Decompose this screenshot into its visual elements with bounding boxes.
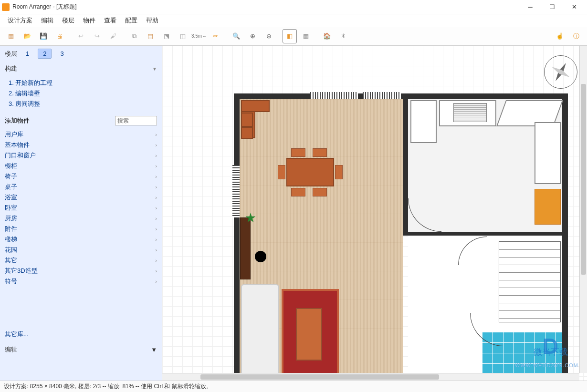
- compass-icon: [544, 55, 577, 89]
- cat-bathroom[interactable]: 浴室›: [5, 192, 157, 203]
- cube-icon[interactable]: ◫: [176, 29, 190, 43]
- toolbar: ▦ 📂 💾 🖨 ↩ ↪ 🖌 ⧉ ▤ ⬔ ◫ 3.5m↔ ✏ 🔍 ⊕ ⊖ ◧ ▦ …: [0, 27, 587, 46]
- chevron-right-icon: ›: [155, 163, 157, 169]
- chevron-right-icon: ›: [155, 226, 157, 232]
- cat-garden[interactable]: 花园›: [5, 245, 157, 255]
- minimize-button[interactable]: ─: [519, 0, 541, 14]
- layer-2[interactable]: 2: [38, 49, 52, 59]
- chevron-right-icon: ›: [155, 184, 157, 190]
- chevron-right-icon: ›: [155, 132, 157, 137]
- scrollbar-vertical[interactable]: [579, 46, 587, 373]
- copy-area-icon[interactable]: ⧉: [127, 29, 141, 43]
- chevron-right-icon: ›: [155, 279, 157, 284]
- chevron-right-icon: ›: [155, 216, 157, 221]
- cat-accessories[interactable]: 附件›: [5, 224, 157, 234]
- chevron-down-icon: ▼: [151, 346, 157, 353]
- view-3d-icon[interactable]: ◧: [283, 29, 297, 43]
- statusbar: 设计方案: 8255 × 8400 毫米, 楼层: 2/3 -- 缩放: 81%…: [0, 381, 587, 392]
- menu-edit[interactable]: 编辑: [37, 14, 57, 27]
- categories-list: 用户库› 基本物件› 门口和窗户› 橱柜› 椅子› 桌子› 浴室› 卧室› 厨房…: [0, 128, 162, 326]
- menu-view[interactable]: 查看: [100, 14, 120, 27]
- new-icon[interactable]: ▦: [4, 29, 18, 43]
- cat-user-lib[interactable]: 用户库›: [5, 129, 157, 140]
- layers-label: 楼层: [5, 50, 17, 58]
- status-text: 设计方案: 8255 × 8400 毫米, 楼层: 2/3 -- 缩放: 81%…: [4, 382, 212, 391]
- cat-bedroom[interactable]: 卧室›: [5, 203, 157, 213]
- menu-config[interactable]: 配置: [121, 14, 141, 27]
- wall-icon[interactable]: ▤: [143, 29, 157, 43]
- chevron-right-icon: ›: [155, 258, 157, 263]
- build-title: 构建: [5, 64, 17, 73]
- chevron-right-icon: ›: [155, 205, 157, 211]
- save-icon[interactable]: 💾: [36, 29, 51, 43]
- brush-icon[interactable]: 🖌: [106, 29, 120, 43]
- svg-marker-1: [550, 65, 571, 80]
- build-steps: 1. 开始新的工程 2. 编辑墙壁 3. 房间调整: [0, 76, 162, 113]
- touch-icon[interactable]: ☝: [553, 29, 567, 43]
- edit-title: 编辑: [5, 345, 17, 354]
- layers-row: 楼层 1 2 3: [0, 46, 162, 62]
- search-input[interactable]: [115, 116, 157, 125]
- cat-tables[interactable]: 桌子›: [5, 182, 157, 192]
- titlebar: Room Arranger - [无标题] ─ ☐ ✕: [0, 0, 587, 14]
- chevron-right-icon: ›: [155, 195, 157, 200]
- step-new-project[interactable]: 1. 开始新的工程: [9, 78, 157, 88]
- sidebar: 楼层 1 2 3 构建 ▼ 1. 开始新的工程 2. 编辑墙壁 3. 房间调整 …: [0, 46, 162, 381]
- chevron-right-icon: ›: [155, 237, 157, 242]
- step-edit-walls[interactable]: 2. 编辑墙壁: [9, 88, 157, 99]
- list-3d-icon[interactable]: ▦: [299, 29, 313, 43]
- layer-1[interactable]: 1: [21, 49, 34, 58]
- app-icon: [2, 3, 10, 11]
- main-area: 楼层 1 2 3 构建 ▼ 1. 开始新的工程 2. 编辑墙壁 3. 房间调整 …: [0, 46, 587, 381]
- cat-symbols[interactable]: 符号›: [5, 276, 157, 287]
- window-controls: ─ ☐ ✕: [519, 0, 585, 14]
- window-title: Room Arranger - [无标题]: [12, 3, 519, 11]
- cat-chairs[interactable]: 椅子›: [5, 171, 157, 182]
- add-objects-label: 添加物件: [5, 116, 30, 125]
- watermark-url: WWW.WEIDOWN.COM: [515, 362, 578, 368]
- cat-other-3d[interactable]: 其它3D造型›: [5, 266, 157, 276]
- build-header[interactable]: 构建 ▼: [0, 62, 162, 76]
- close-button[interactable]: ✕: [563, 0, 585, 14]
- menu-object[interactable]: 物件: [79, 14, 99, 27]
- chevron-right-icon: ›: [155, 142, 157, 148]
- scroll-thumb[interactable]: [581, 84, 586, 275]
- home-icon[interactable]: 🏠: [320, 29, 334, 43]
- layer-3[interactable]: 3: [55, 49, 68, 58]
- cat-other[interactable]: 其它›: [5, 255, 157, 266]
- step-room-adjust[interactable]: 3. 房间调整: [9, 99, 157, 109]
- cat-kitchen[interactable]: 厨房›: [5, 213, 157, 224]
- watermark-name: 微当下载: [534, 346, 568, 358]
- print-icon[interactable]: 🖨: [52, 29, 67, 43]
- chevron-down-icon: ▼: [152, 66, 157, 72]
- menu-design[interactable]: 设计方案: [4, 14, 36, 27]
- undo-icon[interactable]: ↩: [73, 29, 88, 43]
- menu-floor[interactable]: 楼层: [58, 14, 78, 27]
- zoom-in-icon[interactable]: ⊕: [245, 29, 260, 43]
- zoom-fit-icon[interactable]: 🔍: [229, 29, 243, 43]
- cat-doors-windows[interactable]: 门口和窗户›: [5, 150, 157, 161]
- render-settings-icon[interactable]: ✳: [336, 29, 350, 43]
- scrollbar-horizontal[interactable]: [162, 373, 579, 381]
- maximize-button[interactable]: ☐: [541, 0, 563, 14]
- redo-icon[interactable]: ↪: [90, 29, 104, 43]
- measure-corner-icon[interactable]: ⬔: [159, 29, 174, 43]
- marker-icon[interactable]: ✏: [208, 29, 222, 43]
- menubar: 设计方案 编辑 楼层 物件 查看 配置 帮助: [0, 14, 587, 27]
- menu-help[interactable]: 帮助: [142, 14, 162, 27]
- dimension-icon[interactable]: 3.5m↔: [192, 29, 206, 43]
- scroll-thumb[interactable]: [200, 374, 439, 380]
- cat-stairs[interactable]: 楼梯›: [5, 234, 157, 245]
- canvas[interactable]: D 微当下载 WWW.WEIDOWN.COM: [162, 46, 587, 381]
- open-icon[interactable]: 📂: [20, 29, 34, 43]
- chevron-right-icon: ›: [155, 174, 157, 179]
- other-libraries-link[interactable]: 其它库...: [0, 326, 162, 342]
- cat-cabinets[interactable]: 橱柜›: [5, 161, 157, 171]
- help-icon[interactable]: ⓘ: [569, 29, 583, 43]
- chevron-right-icon: ›: [155, 268, 157, 274]
- chevron-right-icon: ›: [155, 247, 157, 253]
- edit-header[interactable]: 编辑 ▼: [0, 342, 162, 357]
- zoom-out-icon[interactable]: ⊖: [262, 29, 276, 43]
- floorplan[interactable]: [234, 93, 568, 380]
- cat-basic[interactable]: 基本物件›: [5, 140, 157, 150]
